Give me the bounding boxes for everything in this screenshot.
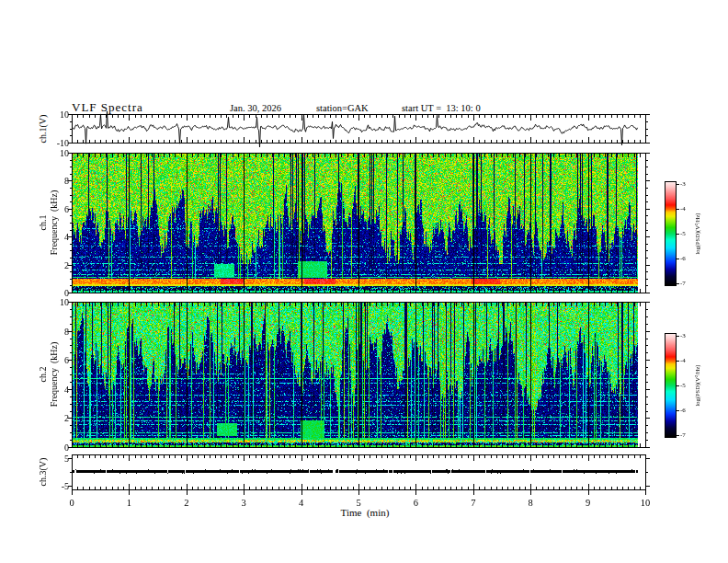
colorbar-tick-label: -6: [680, 255, 686, 262]
ch2-spectrogram-canvas: [64, 294, 654, 454]
x-tick-label: 10: [641, 498, 651, 508]
colorbar-tick-label: -3: [680, 332, 686, 339]
y-tick-label: 6: [64, 204, 69, 214]
ch1-spec-frequency-axis-label: Frequency (kHz): [49, 190, 59, 256]
x-tick-label: 9: [586, 498, 590, 508]
y-tick-label: 6: [64, 355, 69, 365]
y-tick-label: 2: [64, 260, 69, 270]
x-tick-label: 0: [69, 498, 74, 508]
x-tick-label: 2: [184, 498, 188, 508]
colorbar-tick-label: -5: [680, 230, 686, 237]
ch1-waveform-canvas: [64, 107, 654, 150]
colorbar-tick-label: -7: [680, 431, 686, 439]
vlf-spectra-figure: VLF Spectra Jan. 30, 2026 station=GAK st…: [0, 0, 728, 563]
colorbar-ch2-canvas: [664, 332, 682, 439]
y-tick-label: -5: [62, 481, 69, 491]
colorbar1-label: log(PSD)(V²/Hz): [694, 213, 700, 255]
colorbar-tick-label: -5: [680, 382, 686, 389]
x-tick-label: 5: [356, 498, 360, 508]
y-tick-label: 4: [64, 385, 69, 395]
y-tick-label: 0: [64, 442, 69, 453]
time-axis-label: Time (min): [341, 507, 390, 518]
colorbar-ch1-canvas: [664, 180, 682, 287]
ch1-spectrogram-canvas: [64, 145, 654, 300]
x-tick-label: 1: [127, 498, 131, 508]
y-tick-label: 8: [64, 176, 69, 186]
colorbar2-label: log(PSD)(V²/Hz): [694, 365, 700, 407]
y-tick-label: 8: [64, 327, 69, 337]
colorbar-tick-label: -4: [680, 205, 686, 213]
ch1-voltage-axis-label: ch.1(V): [38, 115, 48, 144]
y-tick-label: 10: [60, 297, 69, 307]
x-tick-label: 7: [471, 498, 475, 508]
y-tick-label: 10: [60, 109, 69, 120]
x-tick-label: 8: [529, 498, 533, 508]
x-tick-label: 6: [414, 498, 418, 508]
colorbar-tick-label: -4: [680, 357, 686, 364]
colorbar-tick-label: -7: [680, 280, 686, 287]
colorbar-tick-label: -6: [680, 407, 686, 414]
ch3-waveform-canvas: [64, 447, 654, 497]
ch3-voltage-axis-label: ch.3(V): [38, 458, 48, 487]
x-tick-label: 3: [242, 498, 246, 508]
y-tick-label: 10: [60, 148, 69, 158]
x-tick-label: 4: [299, 498, 303, 508]
y-tick-label: 2: [64, 413, 69, 423]
y-tick-label: 4: [64, 232, 69, 242]
y-tick-label: -10: [57, 138, 69, 148]
ch2-spec-frequency-axis-label: Frequency (kHz): [49, 342, 59, 408]
y-tick-label: 5: [64, 454, 69, 464]
colorbar-tick-label: -3: [680, 180, 686, 188]
ch1-spec-channel-label: ch.1: [38, 215, 48, 231]
ch2-spec-channel-label: ch.2: [38, 367, 48, 383]
